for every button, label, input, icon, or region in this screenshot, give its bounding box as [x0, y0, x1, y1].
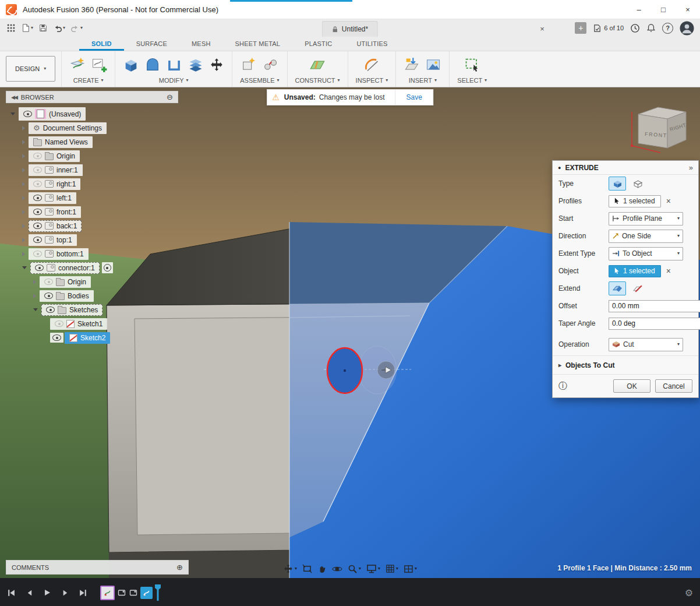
extend-faces-toggle[interactable] — [609, 281, 626, 295]
browser-item-document-settings[interactable]: ⚙ Document Settings — [6, 122, 178, 133]
info-icon[interactable]: ⓘ — [558, 380, 567, 392]
insert-svg-button[interactable] — [404, 57, 420, 73]
browser-item-sketch1[interactable]: Sketch1 — [6, 318, 178, 329]
play-button[interactable] — [43, 589, 51, 597]
orbit-tool-button[interactable]: ▾ — [283, 563, 297, 574]
close-button[interactable]: × — [676, 0, 700, 19]
browser-item-left[interactable]: left:1 — [6, 192, 178, 203]
visibility-eye-icon[interactable] — [52, 334, 61, 341]
step-forward-button[interactable] — [61, 589, 69, 597]
save-link-button[interactable]: Save — [395, 90, 432, 105]
browser-item-named-views[interactable]: Named Views — [6, 136, 178, 147]
measure-button[interactable] — [363, 57, 380, 73]
expand-arrow-icon[interactable] — [22, 182, 25, 186]
expand-arrow-icon[interactable] — [10, 112, 15, 115]
viewports-button[interactable]: ▾ — [404, 565, 417, 573]
browser-item-bottom[interactable]: bottom:1 — [6, 248, 178, 259]
start-dropdown[interactable]: Profile Plane ▾ — [609, 212, 683, 226]
group-label-construct[interactable]: CONSTRUCT ▾ — [295, 77, 340, 84]
visibility-eye-icon[interactable] — [33, 251, 42, 257]
browser-item-sketches[interactable]: Sketches — [6, 304, 178, 315]
expand-arrow-icon[interactable] — [22, 140, 25, 145]
browser-item-origin[interactable]: Origin — [6, 150, 178, 161]
save-button[interactable] — [37, 21, 50, 35]
maximize-button[interactable]: □ — [651, 0, 676, 19]
undo-button[interactable]: ▾ — [51, 21, 67, 35]
tab-utilities[interactable]: UTILITIES — [344, 40, 400, 51]
select-window-button[interactable] — [464, 57, 480, 73]
expand-arrow-icon[interactable] — [22, 238, 25, 242]
display-settings-button[interactable]: ▾ — [366, 564, 380, 573]
zoom-tool-button[interactable]: ▾ — [348, 564, 361, 574]
expand-arrow-icon[interactable] — [33, 308, 38, 311]
visibility-eye-icon[interactable] — [23, 111, 32, 117]
notifications-button[interactable] — [646, 23, 656, 33]
job-status-button[interactable] — [630, 23, 640, 33]
expand-arrow-icon[interactable] — [22, 224, 25, 228]
view-cube[interactable]: FRONT RIGHT — [624, 94, 695, 157]
timeline-playhead[interactable] — [155, 584, 161, 601]
move-button[interactable] — [209, 57, 224, 72]
browser-item-sketch2[interactable]: Sketch2 — [6, 332, 178, 343]
insert-canvas-button[interactable] — [425, 57, 441, 73]
visibility-eye-icon[interactable] — [33, 223, 42, 229]
visibility-eye-icon[interactable] — [33, 167, 42, 173]
no-extend-toggle[interactable] — [629, 281, 646, 295]
workspace-selector[interactable]: DESIGN ▾ — [6, 56, 55, 82]
visibility-eye-icon[interactable] — [33, 181, 42, 187]
group-label-assemble[interactable]: ASSEMBLE ▾ — [240, 77, 279, 84]
dialog-expand-icon[interactable]: » — [689, 163, 693, 172]
browser-item-root[interactable]: (Unsaved) — [6, 108, 178, 119]
expand-arrow-icon[interactable] — [22, 168, 25, 172]
expand-arrow-icon[interactable] — [22, 210, 25, 214]
browser-item-front[interactable]: front:1 — [6, 206, 178, 217]
timeline-sketch2-marker-active[interactable] — [140, 587, 153, 599]
tab-solid[interactable]: SOLID — [79, 40, 124, 51]
tab-sheet-metal[interactable]: SHEET METAL — [223, 40, 293, 51]
construction-plane-button[interactable] — [309, 57, 326, 73]
group-label-create[interactable]: CREATE ▾ — [73, 77, 104, 84]
visibility-eye-icon[interactable] — [33, 195, 42, 201]
free-orbit-button[interactable] — [332, 565, 342, 573]
browser-item-inner[interactable]: inner:1 — [6, 164, 178, 175]
redo-button[interactable]: ▾ — [69, 21, 84, 35]
app-grid-icon[interactable] — [5, 21, 17, 35]
expand-arrow-icon[interactable] — [22, 196, 25, 200]
combine-button[interactable] — [188, 57, 204, 73]
shell-button[interactable] — [166, 57, 182, 73]
joint-button[interactable] — [262, 57, 278, 73]
expand-arrow-icon[interactable] — [22, 252, 25, 256]
visibility-eye-icon[interactable] — [33, 237, 42, 243]
grid-snaps-button[interactable]: ▾ — [386, 564, 398, 573]
offset-input[interactable] — [609, 300, 700, 312]
timeline-sketch1-marker[interactable] — [100, 586, 115, 600]
clear-profiles-button[interactable]: × — [666, 196, 671, 206]
browser-item-top[interactable]: top:1 — [6, 234, 178, 245]
activate-component-radio[interactable] — [102, 262, 113, 273]
visibility-eye-icon[interactable] — [44, 279, 53, 285]
extent-type-dropdown[interactable]: To Object ▾ — [609, 247, 683, 260]
dialog-header[interactable]: ● EXTRUDE » — [553, 161, 698, 175]
timeline-settings-gear-icon[interactable]: ⚙ — [685, 587, 693, 598]
type-extrude-toggle[interactable] — [609, 177, 626, 191]
timeline-component-marker[interactable] — [117, 588, 126, 597]
new-tab-button[interactable]: + — [575, 22, 586, 34]
press-pull-button[interactable] — [144, 57, 161, 73]
visibility-eye-icon[interactable] — [46, 306, 55, 313]
help-button[interactable]: ? — [662, 23, 673, 34]
browser-item-back[interactable]: back:1 — [6, 220, 178, 231]
add-comment-icon[interactable]: ⊕ — [176, 563, 183, 572]
edit-sketch-button[interactable] — [91, 57, 107, 73]
direction-dropdown[interactable]: One Side ▾ — [609, 230, 683, 243]
fit-view-button[interactable] — [302, 564, 312, 573]
extrude-button[interactable] — [123, 57, 139, 73]
expand-arrow-icon[interactable] — [22, 266, 27, 269]
new-component-button[interactable] — [241, 57, 257, 73]
comments-bar[interactable]: COMMENTS ⊕ — [6, 560, 189, 575]
expand-arrow-icon[interactable] — [22, 154, 25, 158]
skip-to-end-button[interactable] — [79, 589, 87, 597]
browser-item-connector[interactable]: connector:1 — [6, 262, 178, 273]
expand-arrow-icon[interactable] — [33, 280, 36, 284]
create-sketch-button[interactable] — [69, 57, 86, 73]
step-back-button[interactable] — [26, 589, 33, 597]
